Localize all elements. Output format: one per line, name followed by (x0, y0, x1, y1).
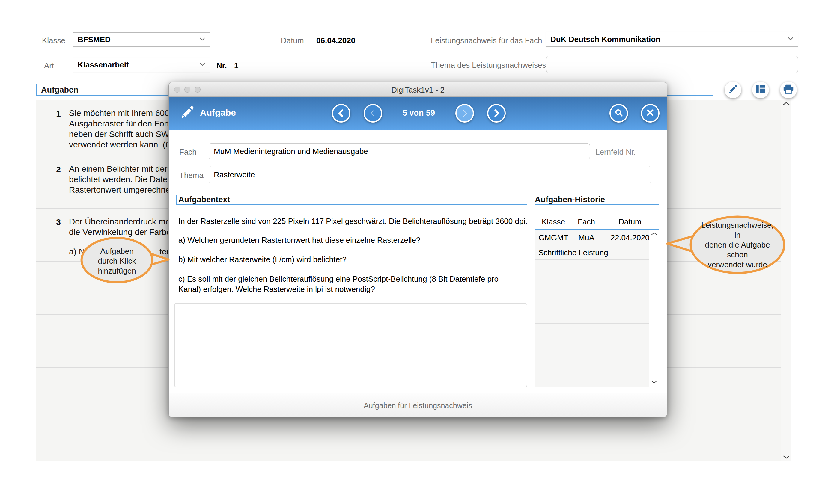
historie-cell-fach: MuA (572, 233, 601, 242)
row-divider (36, 420, 781, 420)
leistungsnachweis-fach-select[interactable]: DuK Deutsch Kommunikation (546, 32, 798, 47)
window-title: DigiTask1v1 - 2 (169, 85, 667, 95)
historie-row[interactable]: GMGMT MuA 22.04.2020 (535, 233, 649, 242)
printer-icon (783, 84, 794, 96)
historie-header-row: Klasse Fach Datum (535, 217, 659, 226)
tab-aufgaben[interactable]: Aufgaben (41, 85, 78, 95)
search-button[interactable] (609, 104, 628, 122)
task-number: 3 (53, 217, 64, 227)
art-select-value: Klassenarbeit (78, 60, 129, 69)
aufgabentext-line: c) Es soll mit der gleichen Belichterauf… (178, 274, 517, 294)
dialog-footer-label: Aufgaben für Leistungsnachweis (364, 401, 472, 410)
task-text-line[interactable]: verwendet werden kann. (6 Pu (69, 139, 183, 150)
dialog-header: Aufgabe 5 von 59 (169, 97, 667, 130)
task-text-line[interactable]: Sie möchten mit Ihrem 600-dpi (69, 108, 183, 118)
aufgabentext-line: b) Mit welcher Rasterweite (L/cm) wird b… (178, 255, 347, 265)
chevron-down-icon (199, 37, 206, 42)
aufgabe-dialog: DigiTask1v1 - 2 Aufgabe 5 von 59 (168, 82, 667, 417)
leistungsnachweis-fach-label: Leistungsnachweis für das Fach (431, 36, 542, 45)
app-window: Klasse BFSMED Datum 06.04.2020 Leistungs… (0, 0, 822, 504)
thema-leistungsnachweis-label: Thema des Leistungsnachweises (431, 60, 546, 70)
task-number: 2 (53, 165, 64, 174)
next-record-button[interactable] (455, 104, 474, 122)
dialog-titlebar[interactable]: DigiTask1v1 - 2 (169, 82, 667, 97)
tab-left-accent (36, 84, 37, 96)
close-dialog-button[interactable] (641, 104, 660, 122)
historie-divider (535, 355, 649, 355)
aufgabentext-heading: Aufgabentext (178, 195, 230, 204)
task-text-line[interactable]: Rastertonwert umgerechnet. (69, 184, 175, 195)
historie-col-datum: Datum (601, 217, 659, 226)
main-scrollbar[interactable] (781, 100, 791, 461)
search-icon (614, 108, 623, 118)
edit-button[interactable] (725, 81, 741, 98)
historie-heading: Aufgaben-Historie (535, 195, 605, 204)
columns-layout-icon (755, 84, 766, 95)
history-callout-text: Leistungsnachweise, in denen die Aufgabe… (699, 228, 776, 262)
lernfeld-label: Lernfeld Nr. (595, 147, 636, 157)
fach-input[interactable] (209, 143, 590, 159)
task-number: 1 (53, 109, 64, 119)
historie-row-note: Schriftliche Leistung (538, 248, 608, 258)
datum-label: Datum (281, 36, 304, 45)
dialog-title: Aufgabe (200, 108, 236, 118)
section-accent (176, 195, 176, 205)
task-text-line[interactable]: Der Übereinanderdruck mehre (69, 216, 182, 227)
aufgabentext-line: a) Welchen gerundeten Rastertonwert hat … (178, 235, 420, 245)
task-text-line[interactable]: Ausgaberaster für den Fortdru (69, 118, 181, 129)
historie-table: GMGMT MuA 22.04.2020 Schriftliche Leistu… (535, 229, 649, 387)
first-record-button[interactable] (332, 104, 350, 122)
scroll-down-icon[interactable] (783, 455, 790, 460)
klasse-select[interactable]: BFSMED (73, 32, 210, 47)
art-label: Art (44, 61, 54, 70)
chevron-down-icon (788, 37, 794, 42)
pencil-icon (179, 105, 195, 121)
last-record-button[interactable] (487, 104, 506, 122)
historie-cell-klasse: GMGMT (535, 233, 572, 242)
dialog-footer[interactable]: Aufgaben für Leistungsnachweis (169, 393, 667, 417)
scroll-up-icon[interactable] (651, 231, 657, 237)
aufgabentext-line: In der Rasterzelle sind von 225 Pixeln 1… (178, 216, 527, 226)
art-select[interactable]: Klassenarbeit (73, 57, 210, 72)
historie-divider (535, 259, 649, 260)
datum-value: 06.04.2020 (316, 36, 355, 45)
previous-record-button[interactable] (364, 104, 382, 122)
add-tasks-callout-text: Aufgaben durch Klick hinzufügen (84, 241, 150, 281)
pencil-icon (728, 84, 738, 96)
task-text-line[interactable]: An einem Belichter mit der Aus (69, 163, 184, 174)
historie-divider (535, 292, 649, 292)
section-underline (535, 204, 659, 205)
klasse-select-value: BFSMED (78, 35, 111, 44)
record-counter: 5 von 59 (389, 108, 449, 118)
task-text-line[interactable]: belichtet werden. Die Datentief (69, 174, 183, 184)
close-icon (646, 108, 655, 118)
layout-columns-button[interactable] (752, 81, 769, 98)
scroll-up-icon[interactable] (783, 101, 790, 107)
task-text-line[interactable]: neben der Schrift auch SW-Ha (69, 129, 182, 139)
historie-col-klasse: Klasse (535, 217, 572, 226)
dialog-thema-label: Thema (179, 171, 203, 180)
nr-label: Nr. (217, 61, 227, 70)
section-underline (176, 204, 527, 205)
answer-textarea[interactable] (174, 303, 527, 388)
dialog-thema-input[interactable] (209, 166, 651, 183)
historie-divider (535, 323, 649, 324)
historie-scrollbar[interactable] (649, 229, 659, 387)
nr-value: 1 (234, 61, 238, 70)
scroll-down-icon[interactable] (651, 380, 657, 385)
leistungsnachweis-fach-value: DuK Deutsch Kommunikation (550, 35, 661, 44)
klasse-label: Klasse (42, 36, 65, 45)
historie-col-fach: Fach (572, 217, 601, 226)
print-button[interactable] (780, 81, 797, 98)
fach-label: Fach (179, 147, 196, 157)
thema-leistungsnachweis-input[interactable] (546, 56, 798, 73)
chevron-down-icon (199, 62, 206, 67)
